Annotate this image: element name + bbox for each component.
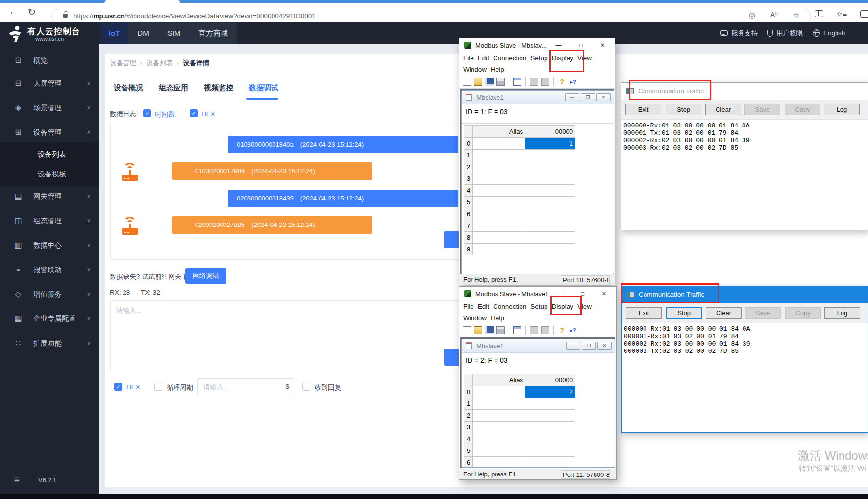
- back-icon[interactable]: ←: [9, 6, 18, 17]
- menu-help[interactable]: Help: [491, 312, 504, 324]
- print-icon[interactable]: [496, 78, 505, 86]
- log-button[interactable]: Log: [824, 307, 860, 319]
- nav-tab-DM[interactable]: DM: [128, 22, 158, 44]
- nav-tab-SIM[interactable]: SIM: [158, 22, 190, 44]
- menu-view[interactable]: View: [577, 301, 592, 312]
- tab-组态应用[interactable]: 组态应用: [157, 83, 190, 93]
- nav-tab-IoT[interactable]: IoT: [100, 22, 128, 44]
- send-hex-label[interactable]: HEX: [126, 383, 140, 391]
- minimize-icon[interactable]: —: [547, 38, 570, 52]
- nav-tab-官方商城[interactable]: 官方商城: [190, 22, 237, 44]
- header-item-2[interactable]: 用户权限: [767, 22, 803, 44]
- menu-view[interactable]: View: [577, 52, 592, 64]
- tab-数据调试[interactable]: 数据调试: [247, 83, 280, 93]
- timestamp-checkbox[interactable]: ✓: [143, 109, 151, 117]
- address-bar[interactable]: https://mp.usr.cn/#/cloud/device/ViewDev…: [51, 9, 811, 24]
- reply-checkbox[interactable]: [302, 383, 310, 391]
- document-titlebar[interactable]: Mbslave1 —❐✕: [462, 91, 614, 104]
- menu-display[interactable]: Display: [552, 301, 573, 312]
- doc-minimize-icon[interactable]: —: [565, 93, 579, 101]
- sidebar-item-设备列表[interactable]: 设备列表: [0, 145, 99, 164]
- maximize-icon[interactable]: □: [570, 38, 592, 52]
- menu-edit[interactable]: Edit: [478, 301, 489, 312]
- clear-button[interactable]: Clear: [705, 104, 741, 115]
- window-titlebar[interactable]: Communication Traffic: [621, 83, 868, 100]
- header-item-3[interactable]: English: [813, 22, 845, 44]
- sidebar-item-大屏管理[interactable]: ⊟大屏管理∨: [0, 74, 99, 93]
- doc-restore-icon[interactable]: ❐: [582, 342, 596, 350]
- location-icon[interactable]: ◎: [749, 11, 755, 20]
- new-file-icon[interactable]: [463, 78, 471, 86]
- window-titlebar[interactable]: Communication Traffic: [622, 286, 868, 303]
- collapse-icon[interactable]: ≣: [14, 475, 20, 484]
- cycle-label[interactable]: 循环周期: [167, 383, 193, 392]
- sidebar-item-数据中心[interactable]: ▥数据中心∨: [0, 235, 99, 255]
- display-setup-icon[interactable]: [513, 326, 521, 334]
- save-icon[interactable]: [485, 326, 494, 334]
- register-grid[interactable]: Alias0000001123456789: [464, 125, 575, 255]
- menu-connection[interactable]: Connection: [493, 52, 526, 64]
- context-help-icon[interactable]: ▸?: [569, 78, 577, 86]
- sidebar-item-设备管理[interactable]: ⊞设备管理∧: [0, 123, 99, 142]
- clear-button[interactable]: Clear: [706, 307, 742, 319]
- send-button-fragment[interactable]: [444, 349, 460, 366]
- cycle-checkbox[interactable]: [154, 383, 162, 391]
- menu-file[interactable]: File: [463, 301, 474, 312]
- hex-log-label[interactable]: HEX: [201, 110, 215, 118]
- close-icon[interactable]: ✕: [593, 287, 615, 301]
- open-file-icon[interactable]: [474, 326, 482, 334]
- maximize-icon[interactable]: □: [571, 287, 594, 301]
- window-titlebar[interactable]: Modbus Slave - Mbslave1 — □ ✕: [459, 287, 616, 301]
- sidebar-item-扩展功能[interactable]: ∷扩展功能∨: [0, 333, 99, 353]
- doc-minimize-icon[interactable]: —: [566, 342, 580, 350]
- connection-icon[interactable]: [530, 326, 538, 334]
- stop-button[interactable]: Stop: [666, 104, 701, 115]
- selected-cell[interactable]: 1: [525, 138, 575, 150]
- sidebar-item-设备模板[interactable]: 设备模板: [0, 164, 99, 184]
- close-icon[interactable]: ✕: [592, 38, 614, 52]
- menu-window[interactable]: Window: [463, 312, 487, 324]
- menu-setup[interactable]: Setup: [530, 52, 547, 64]
- read-aloud-icon[interactable]: A)): [770, 11, 778, 19]
- sidebar-item-报警联动[interactable]: ◒报警联动∨: [0, 260, 99, 279]
- open-file-icon[interactable]: [474, 78, 482, 86]
- tab-视频监控[interactable]: 视频监控: [202, 83, 235, 93]
- help-icon[interactable]: ?: [558, 78, 566, 86]
- header-item-1[interactable]: 服务支持: [720, 22, 758, 44]
- device-icon[interactable]: [541, 78, 549, 86]
- hex-log-checkbox[interactable]: ✓: [190, 109, 198, 117]
- new-file-icon[interactable]: [463, 326, 471, 334]
- refresh-icon[interactable]: ↻: [28, 6, 36, 18]
- stop-button[interactable]: Stop: [666, 307, 702, 319]
- context-help-icon[interactable]: ▸?: [569, 326, 577, 334]
- split-screen-icon[interactable]: [815, 10, 823, 17]
- sidebar-item-增值服务[interactable]: ◇增值服务∨: [0, 284, 99, 304]
- help-icon[interactable]: ?: [558, 326, 566, 334]
- sidebar-item-场景管理[interactable]: ◈场景管理∨: [0, 98, 99, 118]
- connection-icon[interactable]: [530, 78, 538, 86]
- collections-icon[interactable]: [860, 10, 868, 18]
- breadcrumb[interactable]: 设备管理›设备列表›设备详情: [110, 59, 209, 68]
- favorite-star-icon[interactable]: ☆: [793, 11, 799, 20]
- doc-restore-icon[interactable]: ❐: [581, 93, 595, 101]
- cycle-period-input[interactable]: [197, 378, 294, 395]
- register-grid[interactable]: Alias0000002123456: [464, 374, 575, 468]
- menu-setup[interactable]: Setup: [530, 301, 547, 312]
- print-icon[interactable]: [496, 326, 505, 334]
- menu-display[interactable]: Display: [552, 52, 573, 64]
- menu-edit[interactable]: Edit: [478, 52, 489, 64]
- send-hex-checkbox[interactable]: ✓: [114, 383, 122, 391]
- save-icon[interactable]: [485, 78, 494, 86]
- menu-connection[interactable]: Connection: [493, 301, 526, 312]
- breadcrumb-item[interactable]: 设备管理: [110, 59, 136, 67]
- minimize-icon[interactable]: —: [549, 287, 571, 301]
- favorites-icon[interactable]: ☆≡: [836, 10, 847, 19]
- doc-close-icon[interactable]: ✕: [596, 93, 611, 101]
- breadcrumb-item[interactable]: 设备列表: [147, 59, 173, 67]
- document-titlebar[interactable]: Mbslave1 —❐✕: [462, 339, 615, 353]
- doc-close-icon[interactable]: ✕: [597, 342, 612, 350]
- selected-cell[interactable]: 2: [525, 386, 575, 398]
- logo[interactable]: 有人云控制台 www.usr.cn: [0, 22, 99, 44]
- reply-label[interactable]: 收到回复: [315, 383, 341, 392]
- menu-file[interactable]: File: [463, 52, 474, 64]
